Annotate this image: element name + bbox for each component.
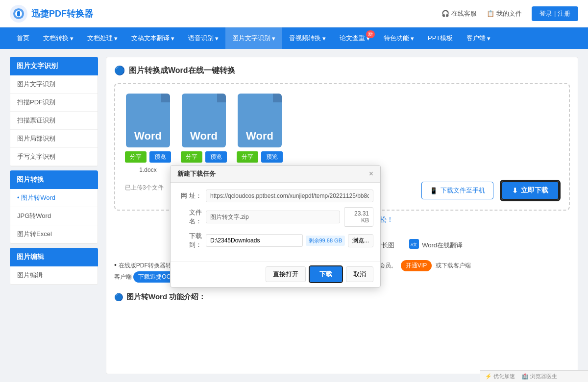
nav-ocr[interactable]: 图片文字识别▾ [225, 27, 282, 49]
word-file-icon-1: Word [126, 94, 170, 147]
preview-button-3[interactable]: 预览 [261, 151, 283, 163]
file-name-1: 1.docx [139, 167, 156, 173]
download-phone-button[interactable]: 📱 下载文件至手机 [421, 182, 493, 199]
logo-text: 迅捷PDF转换器 [31, 8, 93, 20]
dialog-path-area: 剩余99.68 GB 浏览... [206, 234, 373, 247]
header: 迅捷PDF转换器 🎧 在线客服 📋 我的文件 登录 | 注册 [0, 0, 588, 27]
intro-title: 🔵 图片转Word 功能介绍： [114, 292, 570, 302]
sidebar-ocr-items: 图片文字识别 扫描PDF识别 扫描票证识别 图片局部识别 手写文字识别 [10, 75, 98, 167]
page-title-icon: 🔵 [114, 65, 125, 76]
svg-text:A文: A文 [411, 242, 417, 247]
headset-icon: 🎧 [441, 10, 449, 17]
preview-button-2[interactable]: 预览 [205, 151, 227, 163]
nav-paper-check[interactable]: 论文查重▾ 新 [333, 27, 377, 49]
file-actions-3: 分享 预览 [237, 151, 283, 163]
nav-av-convert[interactable]: 音视频转换▾ [282, 27, 333, 49]
sidebar-convert-title: 图片转换 [10, 170, 98, 189]
header-right: 🎧 在线客服 📋 我的文件 登录 | 注册 [441, 6, 578, 21]
direct-open-button[interactable]: 直接打开 [266, 266, 306, 282]
dialog-path-row: 下载到： 剩余99.68 GB 浏览... [177, 232, 373, 249]
word-file-icon-3: Word [238, 94, 282, 147]
intro-icon: 🔵 [114, 293, 123, 302]
dialog-footer: 直接打开 下载 取消 [171, 261, 380, 287]
sidebar-convert-items: 图片转Word JPG转Word 图片转Excel [10, 189, 98, 244]
dialog-body: 网 址： 文件名： 23.31 KB 下载到： 剩余99.68 GB 浏览 [171, 183, 380, 261]
translate-icon: A文 [409, 239, 419, 251]
nav-translate[interactable]: 文稿文本翻译▾ [124, 27, 181, 49]
nav-home[interactable]: 首页 [10, 27, 36, 49]
phone-icon: 📱 [430, 187, 438, 194]
upload-info: 已上传3个文件 [125, 184, 164, 192]
dialog-url-label: 网 址： [177, 191, 202, 200]
login-button[interactable]: 登录 | 注册 [532, 6, 578, 21]
sidebar-item-handwrite[interactable]: 手写文字识别 [10, 148, 98, 166]
word-label-2: Word [190, 130, 218, 143]
word-file-icon-2: Word [182, 94, 226, 147]
nav-doc-process[interactable]: 文档处理▾ [80, 27, 124, 49]
file-icon: 📋 [487, 10, 494, 17]
dialog-url-row: 网 址： [177, 190, 373, 202]
word-label-1: Word [134, 130, 162, 143]
customer-service-link[interactable]: 🎧 在线客服 [441, 9, 477, 18]
sidebar-edit-title: 图片编辑 [10, 248, 98, 266]
dialog-title: 新建下载任务 [177, 169, 216, 178]
share-button-2[interactable]: 分享 [181, 151, 202, 163]
status-bar: ⚡ 优化加速 🏥 浏览器医生 [480, 370, 588, 382]
content-area: 图片文字识别 图片文字识别 扫描PDF识别 扫描票证识别 图片局部识别 手写文字… [0, 49, 588, 382]
share-button-3[interactable]: 分享 [237, 151, 258, 163]
nav-bar: 首页 文档转换▾ 文档处理▾ 文稿文本翻译▾ 语音识别▾ 图片文字识别▾ 音视频… [0, 27, 588, 49]
dialog-url-input[interactable] [206, 190, 373, 202]
share-button-1[interactable]: 分享 [125, 151, 147, 163]
my-files-link[interactable]: 📋 我的文件 [487, 9, 522, 18]
dialog-filename-input[interactable] [206, 211, 340, 223]
dialog-filename-label: 文件名： [177, 208, 202, 226]
nav-special[interactable]: 特色功能▾ [377, 27, 421, 49]
status-optimize: ⚡ 优化加速 [485, 373, 515, 380]
nav-voice[interactable]: 语音识别▾ [181, 27, 225, 49]
sidebar-item-pic-excel[interactable]: 图片转Excel [10, 225, 98, 243]
sidebar-item-pic-edit[interactable]: 图片编辑 [10, 266, 98, 285]
vip-button[interactable]: 开通VIP [401, 260, 432, 271]
sidebar-item-scan-pdf[interactable]: 扫描PDF识别 [10, 94, 98, 112]
sidebar: 图片文字识别 图片文字识别 扫描PDF识别 扫描票证识别 图片局部识别 手写文字… [10, 57, 98, 374]
sidebar-item-pic-ocr[interactable]: 图片文字识别 [10, 75, 98, 94]
dialog-path-input[interactable] [206, 234, 303, 247]
sidebar-item-scan-ticket[interactable]: 扫描票证识别 [10, 112, 98, 130]
file-actions-1: 分享 预览 [125, 151, 171, 163]
nav-ppt[interactable]: PPT模板 [421, 27, 460, 49]
sidebar-item-partial-ocr[interactable]: 图片局部识别 [10, 130, 98, 148]
nav-doc-convert[interactable]: 文档转换▾ [36, 27, 80, 49]
download-dialog: 新建下载任务 × 网 址： 文件名： 23.31 KB 下载到： [170, 165, 381, 287]
dialog-browse-button[interactable]: 浏览... [348, 234, 373, 247]
status-browser: 🏥 浏览器医生 [522, 373, 557, 380]
dialog-filesize: 23.31 KB [344, 207, 373, 227]
dialog-filename-row: 文件名： 23.31 KB [177, 207, 373, 227]
nav-client[interactable]: 客户端▾ [460, 27, 497, 49]
logo-icon [10, 5, 27, 23]
sidebar-edit-items: 图片编辑 [10, 266, 98, 285]
file-card-1: Word 分享 预览 1.docx [125, 94, 171, 173]
file-actions-2: 分享 预览 [181, 151, 227, 163]
dialog-close-button[interactable]: × [369, 169, 373, 178]
dialog-cancel-button[interactable]: 取消 [346, 266, 373, 282]
main-content: 🔵 图片转换成Word在线一键转换 Word 分享 预览 1.docx [106, 57, 578, 374]
dialog-remaining: 剩余99.68 GB [306, 236, 345, 246]
file-cards: Word 分享 预览 1.docx Word 分享 预览 [125, 94, 559, 173]
preview-button-1[interactable]: 预览 [149, 151, 171, 163]
download-icon: ⬇ [512, 187, 518, 194]
page-title: 🔵 图片转换成Word在线一键转换 [114, 65, 570, 76]
logo-area: 迅捷PDF转换器 [10, 5, 441, 23]
tool-word-translate[interactable]: A文 Word在线翻译 [409, 239, 463, 251]
sidebar-item-jpg-word[interactable]: JPG转Word [10, 207, 98, 225]
sidebar-ocr-title: 图片文字识别 [10, 57, 98, 75]
sidebar-item-pic-word[interactable]: 图片转Word [10, 189, 98, 207]
new-badge: 新 [366, 30, 375, 38]
dialog-header: 新建下载任务 × [171, 166, 380, 183]
download-now-button[interactable]: ⬇ 立即下载 [501, 181, 559, 200]
file-card-2: Word 分享 预览 2.docx [181, 94, 227, 173]
dialog-path-label: 下载到： [177, 232, 202, 249]
word-label-3: Word [246, 130, 273, 143]
file-card-3: Word 分享 预览 3.docx [237, 94, 283, 173]
dialog-download-button[interactable]: 下载 [310, 266, 342, 282]
